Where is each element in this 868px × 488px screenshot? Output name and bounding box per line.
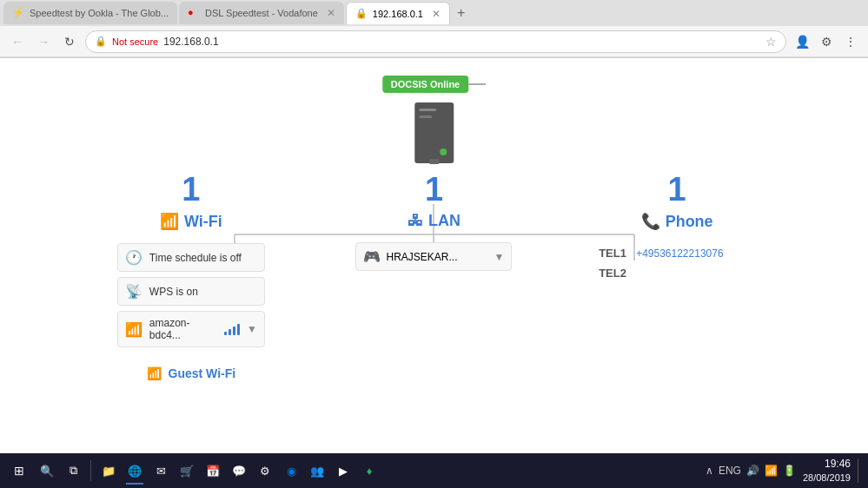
battery-icon[interactable]: 🔋 — [783, 465, 796, 477]
forward-button[interactable]: → — [33, 31, 54, 52]
profile-button[interactable]: 👤 — [792, 31, 812, 52]
svg-rect-7 — [419, 115, 432, 118]
router-diagram: DOCSIS Online 1 📶 Wi-Fi — [0, 58, 868, 454]
wifi-column: 1 📶 Wi-Fi 🕐 Time schedule is off 📡 WPS i… — [104, 171, 278, 380]
taskbar-cortana[interactable]: ◉ — [279, 458, 303, 483]
schedule-icon: 🕐 — [125, 249, 142, 266]
wifi-icon: 📶 — [160, 212, 179, 231]
show-desktop-button[interactable] — [858, 458, 863, 483]
taskbar-extra[interactable]: ♦ — [357, 458, 381, 483]
nav-bar: ← → ↻ 🔒 Not secure 192.168.0.1 ☆ 👤 ⚙ ⋮ — [0, 26, 868, 57]
taskbar: ⊞ 🔍 ⧉ 📁 🌐 ✉ 🛒 📅 💬 ⚙ ◉ 👥 ▶ ♦ ∧ ENG 🔊 📶 🔋 … — [0, 453, 868, 488]
svg-point-8 — [440, 148, 447, 155]
refresh-button[interactable]: ↻ — [59, 31, 80, 52]
taskbar-people[interactable]: 👥 — [305, 458, 329, 483]
tab-close-3[interactable]: ✕ — [432, 8, 441, 20]
nav-right-icons: 👤 ⚙ ⋮ — [792, 31, 861, 52]
phone-title: 📞 Phone — [641, 212, 713, 231]
address-bar[interactable]: 🔒 Not secure 192.168.0.1 ☆ — [85, 30, 786, 53]
guest-wifi-icon: 📶 — [147, 366, 162, 380]
phone-count: 1 — [668, 171, 686, 208]
phone-column: 1 📞 Phone TEL1 +49536122213076 TEL2 — [590, 171, 764, 380]
signal-bar-3 — [233, 326, 235, 335]
tab-favicon-2: ● — [188, 7, 200, 19]
tray-arrow[interactable]: ∧ — [706, 465, 713, 477]
search-button[interactable]: 🔍 — [35, 458, 59, 483]
extensions-button[interactable]: ⚙ — [816, 31, 837, 52]
taskbar-store[interactable]: 🛒 — [175, 458, 199, 483]
sys-tray: ∧ ENG 🔊 📶 🔋 — [706, 465, 796, 477]
lan-column: 1 🖧 LAN 🎮 HRAJSEKAR... ▼ — [347, 171, 520, 380]
tab-favicon-1: ⚡ — [12, 7, 24, 19]
task-view-button[interactable]: ⧉ — [61, 458, 85, 483]
taskbar-separator-1 — [90, 460, 91, 481]
network-arrow: ▼ — [247, 323, 257, 335]
svg-rect-9 — [429, 159, 439, 164]
taskbar-right: ∧ ENG 🔊 📶 🔋 19:46 28/08/2019 — [706, 458, 863, 484]
browser-chrome: ⚡ Speedtest by Ookla - The Glob... ✕ ● D… — [0, 0, 868, 58]
tab-label-2: DSL Speedtest - Vodafone — [205, 8, 318, 18]
taskbar-mail[interactable]: ✉ — [149, 458, 173, 483]
tab-label-1: Speedtest by Ookla - The Glob... — [30, 8, 169, 18]
security-label: Not secure — [112, 36, 158, 47]
wps-card[interactable]: 📡 WPS is on — [117, 277, 265, 306]
lan-count: 1 — [425, 171, 443, 208]
wifi-label: Wi-Fi — [184, 213, 222, 231]
phone-label: Phone — [666, 213, 713, 231]
tab-bar: ⚡ Speedtest by Ookla - The Glob... ✕ ● D… — [0, 0, 868, 26]
docsis-line — [468, 83, 486, 85]
tel2-row: TEL2 — [599, 263, 755, 283]
tel1-number: +49536122213076 — [636, 247, 723, 260]
network-icon: 📶 — [125, 321, 142, 338]
tab-speedtest-ookla[interactable]: ⚡ Speedtest by Ookla - The Glob... ✕ — [3, 2, 177, 24]
address-text: 192.168.0.1 — [163, 36, 760, 48]
router-container: DOCSIS Online — [382, 76, 486, 168]
back-button[interactable]: ← — [7, 31, 28, 52]
network-tray-icon[interactable]: 📶 — [765, 465, 778, 477]
taskbar-chrome[interactable]: 🌐 — [123, 458, 147, 483]
guest-wifi[interactable]: 📶 Guest Wi-Fi — [147, 366, 236, 380]
network-card[interactable]: 📶 amazon-bdc4... ▼ — [117, 311, 265, 347]
svg-rect-6 — [419, 109, 436, 111]
signal-bar-2 — [229, 329, 231, 335]
clock-date: 28/08/2019 — [803, 472, 851, 484]
tel1-label: TEL1 — [599, 247, 629, 260]
tab-router-admin[interactable]: 🔒 192.168.0.1 ✕ — [346, 2, 450, 24]
bookmark-icon[interactable]: ☆ — [765, 35, 777, 49]
wps-icon: 📡 — [125, 283, 142, 300]
phone-icon: 📞 — [641, 212, 660, 231]
time-schedule-card[interactable]: 🕐 Time schedule is off — [117, 243, 265, 272]
docsis-row: DOCSIS Online — [382, 76, 486, 93]
lan-device-card[interactable]: 🎮 HRAJSEKAR... ▼ — [355, 242, 512, 271]
taskbar-media[interactable]: ▶ — [331, 458, 355, 483]
wifi-title: 📶 Wi-Fi — [160, 212, 222, 231]
new-tab-button[interactable]: + — [452, 5, 470, 21]
clock-time: 19:46 — [803, 458, 851, 472]
page-content: DOCSIS Online 1 📶 Wi-Fi — [0, 58, 868, 454]
start-button[interactable]: ⊞ — [5, 457, 33, 485]
tab-label-3: 192.168.0.1 — [373, 9, 423, 19]
lan-title: 🖧 LAN — [407, 212, 461, 230]
signal-bar-1 — [224, 332, 227, 335]
taskbar-file-explorer[interactable]: 📁 — [96, 458, 121, 483]
pinned-apps: 📁 🌐 ✉ 🛒 📅 💬 ⚙ ◉ 👥 ▶ ♦ — [96, 458, 381, 483]
lan-label: LAN — [428, 212, 461, 230]
menu-button[interactable]: ⋮ — [840, 31, 861, 52]
taskbar-chat[interactable]: 💬 — [227, 458, 251, 483]
network-text: amazon-bdc4... — [149, 317, 217, 341]
wifi-count: 1 — [182, 171, 200, 208]
lan-device-arrow: ▼ — [494, 251, 505, 263]
svg-rect-5 — [414, 102, 454, 163]
taskbar-calendar[interactable]: 📅 — [201, 458, 225, 483]
tel1-row: TEL1 +49536122213076 — [599, 243, 755, 263]
taskbar-clock[interactable]: 19:46 28/08/2019 — [803, 458, 851, 484]
lan-device-icon: 🎮 — [363, 248, 381, 265]
wps-text: WPS is on — [149, 286, 257, 298]
volume-icon[interactable]: 🔊 — [746, 465, 759, 477]
tab-dsl-speedtest[interactable]: ● DSL Speedtest - Vodafone ✕ — [179, 2, 344, 24]
lan-device-text: HRAJSEKAR... — [386, 251, 488, 263]
tel2-label: TEL2 — [599, 267, 629, 280]
security-icon: 🔒 — [95, 36, 107, 47]
tab-close-2[interactable]: ✕ — [327, 7, 335, 19]
taskbar-settings[interactable]: ⚙ — [253, 458, 277, 483]
